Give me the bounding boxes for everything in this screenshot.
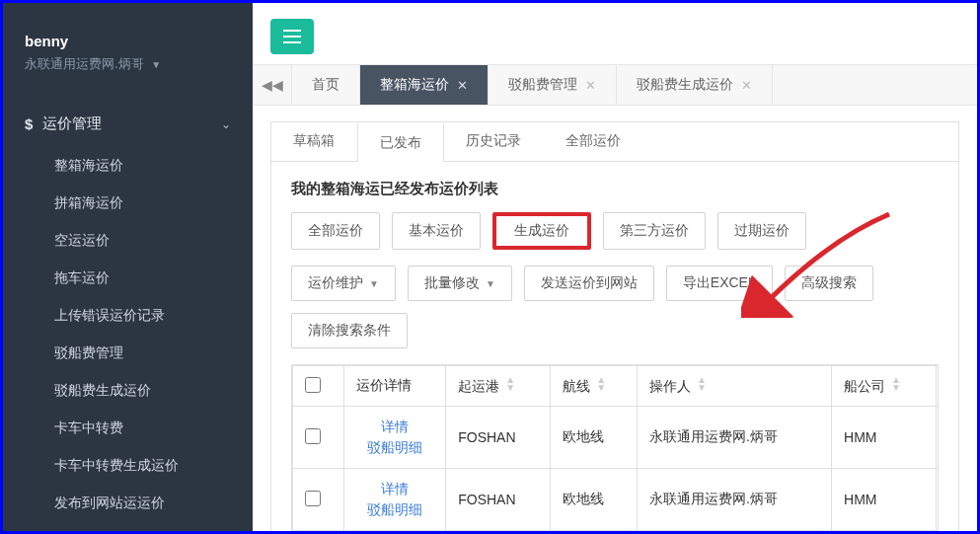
sidebar-item[interactable]: 卡车中转费生成运价: [3, 447, 253, 485]
tab-barge-fee[interactable]: 驳船费管理 ✕: [489, 65, 617, 105]
sidebar-item[interactable]: 卡车中转费: [3, 410, 253, 447]
col-operator[interactable]: 操作人▲▼: [637, 366, 831, 407]
barge-detail-link[interactable]: 驳船明细: [356, 437, 433, 458]
table-header-row: 运价详情 起运港▲▼ 航线▲▼ 操作人▲▼ 船公司▲▼ 目的港▲▼ 中转港▲▼ …: [293, 366, 940, 407]
tab-fcl-price[interactable]: 整箱海运价 ✕: [360, 65, 489, 105]
col-detail[interactable]: 运价详情: [344, 366, 446, 407]
subtab-history[interactable]: 历史记录: [444, 122, 544, 161]
tab-scroll-left[interactable]: ◀◀: [253, 65, 292, 105]
tab-bar: ◀◀ 首页 整箱海运价 ✕ 驳船费管理 ✕ 驳船费生成运价 ✕: [253, 64, 977, 106]
close-icon[interactable]: ✕: [585, 78, 596, 93]
sidebar-subnav: 整箱海运价 拼箱海运价 空运运价 拖车运价 上传错误运价记录 驳船费管理 驳船费…: [3, 147, 253, 522]
double-chevron-left-icon: ◀◀: [262, 77, 283, 93]
action-batch-edit[interactable]: 批量修改▼: [408, 266, 512, 301]
section-title: 我的整箱海运已经发布运价列表: [291, 180, 939, 198]
col-carrier[interactable]: 船公司▲▼: [832, 366, 937, 407]
action-clear-search[interactable]: 清除搜索条件: [291, 313, 408, 348]
sort-icon: ▲▼: [505, 376, 515, 392]
hamburger-icon: [283, 30, 301, 43]
cell-origin: FOSHAN: [446, 469, 551, 531]
col-checkbox: [293, 366, 344, 407]
caret-down-icon: ▼: [151, 59, 161, 70]
action-advanced-search[interactable]: 高级搜索: [785, 266, 873, 301]
sort-icon: ▲▼: [596, 376, 606, 392]
cell-origin: FOSHAN: [446, 407, 551, 469]
detail-link[interactable]: 详情: [356, 479, 433, 499]
row-checkbox[interactable]: [305, 428, 321, 444]
sidebar-item[interactable]: 驳船费管理: [3, 335, 253, 372]
row-checkbox[interactable]: [305, 491, 321, 506]
content: 草稿箱 已发布 历史记录 全部运价 我的整箱海运已经发布运价列表 全部运价 基本…: [253, 106, 977, 531]
sort-icon: ▲▼: [891, 376, 901, 392]
topbar: [253, 3, 977, 64]
cell-carrier: HMM: [832, 407, 937, 469]
subtab-all[interactable]: 全部运价: [544, 122, 643, 161]
svg-rect-0: [283, 30, 301, 32]
sub-tabs: 草稿箱 已发布 历史记录 全部运价: [271, 122, 958, 162]
detail-link[interactable]: 详情: [356, 417, 433, 437]
sidebar-item[interactable]: 拖车运价: [3, 260, 253, 297]
tab-home[interactable]: 首页: [292, 65, 360, 105]
barge-detail-link[interactable]: 驳船明细: [356, 499, 433, 520]
hamburger-button[interactable]: [270, 19, 314, 54]
col-origin[interactable]: 起运港▲▼: [446, 366, 551, 407]
action-export-excel[interactable]: 导出EXCEL: [666, 266, 773, 301]
sidebar: benny 永联通用运费网.炳哥 ▼ $ 运价管理 ⌄ 整箱海运价 拼箱海运价 …: [3, 3, 253, 531]
subtab-published[interactable]: 已发布: [357, 122, 444, 162]
col-route[interactable]: 航线▲▼: [551, 366, 638, 407]
filter-basic[interactable]: 基本运价: [392, 212, 481, 250]
close-icon[interactable]: ✕: [457, 78, 468, 93]
price-table-wrap: 运价详情 起运港▲▼ 航线▲▼ 操作人▲▼ 船公司▲▼ 目的港▲▼ 中转港▲▼ …: [291, 364, 939, 531]
price-table: 运价详情 起运港▲▼ 航线▲▼ 操作人▲▼ 船公司▲▼ 目的港▲▼ 中转港▲▼ …: [292, 365, 939, 531]
sidebar-item[interactable]: 上传错误运价记录: [3, 297, 253, 335]
chevron-down-icon: ⌄: [221, 117, 231, 131]
action-send-to-site[interactable]: 发送运价到网站: [524, 266, 654, 301]
cell-operator: 永联通用运费网.炳哥: [637, 469, 831, 531]
table-row: 详情 驳船明细 FOSHAN 欧地线 永联通用运费网.炳哥 HMM HAMBUR…: [293, 469, 940, 531]
sidebar-item[interactable]: 驳船费生成运价: [3, 372, 253, 410]
action-maintain[interactable]: 运价维护▼: [291, 266, 396, 301]
select-all-checkbox[interactable]: [305, 377, 321, 393]
dollar-icon: $: [25, 115, 33, 132]
cell-route: 欧地线: [551, 407, 638, 469]
nav-section-pricing[interactable]: $ 运价管理 ⌄: [3, 101, 253, 147]
cell-route: 欧地线: [551, 469, 638, 531]
tab-barge-gen[interactable]: 驳船费生成运价 ✕: [617, 65, 773, 105]
cell-dest: SOUTHAMPTON: [936, 407, 939, 469]
filter-expired[interactable]: 过期运价: [717, 212, 806, 250]
caret-down-icon: ▼: [369, 278, 379, 289]
filter-row: 全部运价 基本运价 生成运价 第三方运价 过期运价: [291, 212, 939, 250]
close-icon[interactable]: ✕: [741, 78, 752, 93]
action-row: 运价维护▼ 批量修改▼ 发送运价到网站 导出EXCEL 高级搜索 清除搜索条件: [291, 266, 939, 348]
col-dest[interactable]: 目的港▲▼: [936, 366, 939, 407]
sidebar-item[interactable]: 拼箱海运价: [3, 185, 253, 222]
user-org[interactable]: 永联通用运费网.炳哥 ▼: [25, 55, 231, 73]
sidebar-item[interactable]: 空运运价: [3, 222, 253, 260]
user-block[interactable]: benny 永联通用运费网.炳哥 ▼: [3, 33, 253, 83]
table-row: 详情 驳船明细 FOSHAN 欧地线 永联通用运费网.炳哥 HMM SOUTHA…: [293, 407, 940, 469]
svg-rect-2: [283, 41, 301, 43]
cell-operator: 永联通用运费网.炳哥: [637, 407, 831, 469]
sidebar-item[interactable]: 整箱海运价: [3, 147, 253, 185]
cell-dest: HAMBURG: [936, 469, 939, 531]
filter-thirdparty[interactable]: 第三方运价: [603, 212, 706, 250]
subtab-draft[interactable]: 草稿箱: [271, 122, 357, 161]
filter-all[interactable]: 全部运价: [291, 212, 380, 250]
cell-carrier: HMM: [832, 469, 937, 531]
panel: 草稿箱 已发布 历史记录 全部运价 我的整箱海运已经发布运价列表 全部运价 基本…: [270, 121, 959, 531]
svg-rect-1: [283, 36, 301, 38]
main: ◀◀ 首页 整箱海运价 ✕ 驳船费管理 ✕ 驳船费生成运价 ✕ 草稿箱 已发布 …: [253, 3, 977, 531]
filter-generated[interactable]: 生成运价: [492, 212, 591, 250]
sort-icon: ▲▼: [697, 376, 707, 392]
sidebar-item[interactable]: 发布到网站运运价: [3, 485, 253, 522]
user-name: benny: [25, 33, 231, 49]
caret-down-icon: ▼: [486, 278, 495, 289]
